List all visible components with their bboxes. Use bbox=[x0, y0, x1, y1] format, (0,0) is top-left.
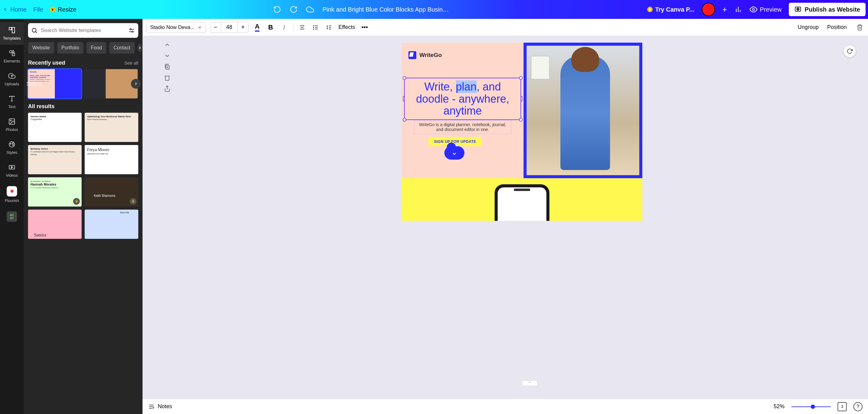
chevron-down-icon[interactable] bbox=[164, 52, 170, 59]
user-avatar[interactable] bbox=[702, 3, 715, 16]
delete-page-icon[interactable] bbox=[164, 74, 170, 81]
template-card[interactable]: Hi everyone, my name isHannah MoralesI'm… bbox=[28, 177, 82, 207]
template-card[interactable]: Keith Shannons♛ bbox=[85, 177, 138, 207]
template-card[interactable]: Samira bbox=[28, 210, 82, 239]
resize-handle[interactable] bbox=[519, 118, 523, 122]
resize-button[interactable]: ♛ Resize bbox=[50, 6, 76, 13]
notes-button[interactable]: Notes bbox=[148, 403, 172, 410]
see-all-link[interactable]: See all bbox=[124, 60, 138, 65]
regenerate-button[interactable] bbox=[844, 45, 856, 57]
template-card[interactable]: Optimizing Your Business Starts HereDavi… bbox=[85, 113, 138, 142]
headline-selection-box[interactable]: Write, plan, anddoodle - anywhere, anyti… bbox=[404, 78, 521, 120]
chip-portfolio[interactable]: Portfolio bbox=[57, 42, 84, 54]
resize-handle[interactable] bbox=[519, 76, 523, 80]
resize-handle[interactable] bbox=[403, 76, 406, 80]
recent-template-2[interactable]: Be future-proof and future-ready. bbox=[84, 69, 138, 98]
effects-button[interactable]: Effects bbox=[342, 23, 351, 32]
chevron-left-icon bbox=[2, 7, 8, 12]
more-options-button[interactable]: ••• bbox=[360, 23, 369, 32]
notes-label: Notes bbox=[158, 403, 172, 410]
chip-food[interactable]: Food bbox=[87, 42, 106, 54]
zoom-level[interactable]: 52% bbox=[774, 403, 784, 410]
help-button[interactable]: ? bbox=[854, 402, 863, 411]
bold-button[interactable]: B bbox=[266, 23, 275, 32]
template-card[interactable]: Samira HadidCopywriter bbox=[28, 113, 82, 142]
share-page-icon[interactable] bbox=[164, 85, 170, 92]
template-card[interactable]: Freya MooreDESIGNER & ART DIRECTOR bbox=[85, 145, 138, 174]
hero-left-column: WriteGo Write, plan, anddoodle - a bbox=[402, 43, 524, 178]
chevron-up-icon[interactable] bbox=[164, 41, 170, 48]
zoom-slider[interactable] bbox=[791, 406, 831, 407]
add-collaborator-button[interactable]: + bbox=[722, 5, 727, 14]
resize-handle[interactable] bbox=[521, 96, 522, 101]
cloud-sync-icon[interactable] bbox=[306, 5, 314, 13]
text-color-button[interactable]: A bbox=[253, 23, 262, 32]
resize-handle[interactable] bbox=[403, 96, 405, 101]
rail-photos[interactable]: Photos bbox=[0, 113, 24, 136]
try-pro-button[interactable]: ♛ Try Canva P... bbox=[647, 6, 694, 13]
insights-icon[interactable] bbox=[734, 5, 742, 13]
svg-point-25 bbox=[130, 29, 131, 30]
home-button[interactable]: Home bbox=[2, 6, 27, 13]
page-count-button[interactable]: 3 bbox=[838, 402, 847, 411]
spacing-button[interactable] bbox=[324, 23, 334, 32]
undo-icon[interactable] bbox=[273, 5, 281, 13]
template-card[interactable]: About Me bbox=[85, 210, 138, 239]
rail-elements[interactable]: Elements bbox=[0, 45, 24, 68]
rail-flourish[interactable]: ✸ Flourish bbox=[0, 182, 24, 207]
increase-size-button[interactable]: + bbox=[238, 22, 248, 33]
chip-website[interactable]: Website bbox=[28, 42, 54, 54]
hero-image-frame[interactable] bbox=[524, 43, 642, 178]
resize-label: Resize bbox=[58, 6, 76, 13]
rail-videos[interactable]: Videos bbox=[0, 159, 24, 182]
brand-logo[interactable]: WriteGo bbox=[408, 51, 517, 59]
template-card[interactable]: Bethany JonesI'm a dedicated culture cri… bbox=[28, 145, 82, 174]
filter-icon[interactable] bbox=[128, 27, 135, 34]
page-scroll-indicator[interactable]: ⌃ bbox=[522, 381, 537, 386]
refresh-icon bbox=[847, 48, 853, 54]
duplicate-page-icon[interactable] bbox=[164, 63, 170, 70]
chips-scroll-right[interactable] bbox=[138, 43, 142, 52]
decrease-size-button[interactable]: − bbox=[211, 22, 221, 33]
search-box[interactable] bbox=[28, 23, 138, 38]
rail-label: Elements bbox=[4, 59, 20, 63]
design-page[interactable]: WriteGo Write, plan, anddoodle - a bbox=[402, 43, 642, 221]
headline-text[interactable]: Write, plan, anddoodle - anywhere, anyti… bbox=[410, 81, 515, 117]
svg-marker-10 bbox=[12, 50, 14, 52]
scroll-cloud-icon[interactable] bbox=[444, 146, 464, 159]
resize-handle[interactable] bbox=[403, 118, 406, 122]
rail-styles[interactable]: Styles bbox=[0, 136, 24, 159]
top-bar: Home File ♛ Resize Pink and Bright Blue … bbox=[0, 0, 868, 19]
document-title[interactable]: Pink and Bright Blue Color Blocks App Bu… bbox=[322, 6, 451, 13]
rail-label: Styles bbox=[6, 150, 17, 155]
chip-contact[interactable]: Contact bbox=[109, 42, 135, 54]
rail-more[interactable]: MESR bbox=[0, 207, 24, 226]
delete-button[interactable] bbox=[855, 23, 864, 32]
rail-templates[interactable]: Templates bbox=[0, 22, 24, 45]
rail-uploads[interactable]: Uploads bbox=[0, 68, 24, 90]
font-size-value[interactable]: 48 bbox=[221, 22, 238, 33]
preview-label: Preview bbox=[760, 6, 781, 13]
preview-button[interactable]: Preview bbox=[749, 5, 781, 13]
crown-icon: ♛ bbox=[647, 7, 653, 12]
canvas-area[interactable]: WriteGo Write, plan, anddoodle - a bbox=[176, 36, 868, 399]
rail-label: Uploads bbox=[5, 82, 19, 86]
position-button[interactable]: Position bbox=[827, 24, 847, 30]
phone-mockup[interactable] bbox=[495, 184, 550, 221]
chevron-right-icon bbox=[138, 46, 142, 50]
list-button[interactable] bbox=[311, 23, 320, 32]
redo-icon[interactable] bbox=[290, 5, 298, 13]
ungroup-button[interactable]: Ungroup bbox=[798, 24, 819, 30]
search-input[interactable] bbox=[41, 27, 125, 33]
subheadline-text[interactable]: WriteGo is a digital planner, notebook, … bbox=[414, 120, 512, 134]
publish-button[interactable]: Publish as Website bbox=[789, 3, 866, 16]
recent-scroll-right[interactable] bbox=[131, 79, 141, 89]
svg-point-14 bbox=[10, 120, 11, 121]
text-icon bbox=[8, 95, 16, 103]
font-selector[interactable]: Stadio Now Deva... bbox=[146, 22, 206, 33]
alignment-button[interactable] bbox=[298, 23, 307, 32]
templates-panel: Website Portfolio Food Contact Recently … bbox=[24, 19, 143, 414]
file-menu[interactable]: File bbox=[33, 6, 43, 13]
italic-button[interactable]: I bbox=[280, 23, 289, 32]
rail-text[interactable]: Text bbox=[0, 90, 24, 113]
